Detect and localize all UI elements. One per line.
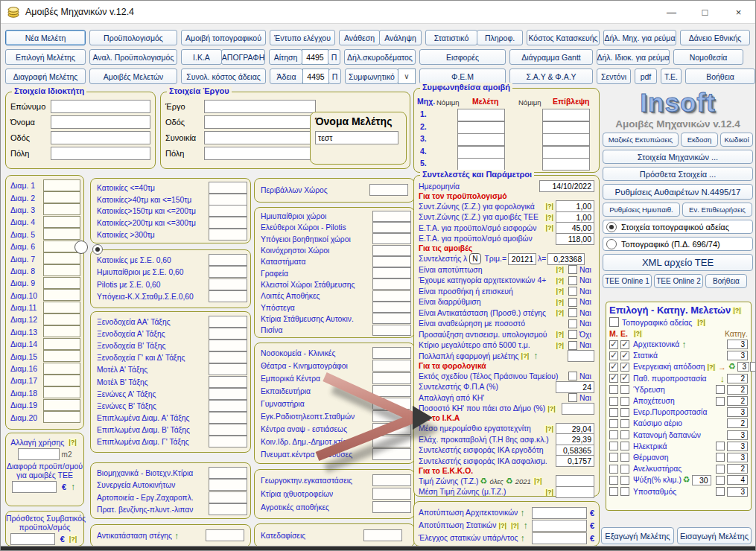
area-input[interactable] [372,372,411,384]
statistic-button[interactable]: Στατιστικό [425,30,477,45]
supervision-checkbox[interactable] [620,374,629,383]
lambda-input[interactable]: 0,23368 [547,253,585,265]
area-input[interactable] [372,474,411,486]
construction-cost-button[interactable]: Κόστος Κατασκευής [527,30,600,45]
study-fee-input[interactable] [457,121,505,134]
apartment-area-input[interactable] [43,216,80,228]
quarter-input[interactable]: 20121 [508,253,536,265]
apartment-area-input[interactable] [43,179,80,191]
category-value[interactable]: 2 [727,396,748,406]
area-input[interactable] [209,436,247,448]
permit-button[interactable]: Άδεια [270,69,303,84]
flag-checkbox[interactable] [568,319,577,328]
apartment-area-input[interactable] [43,191,80,203]
supervision-checkbox[interactable] [620,430,629,439]
area-input[interactable] [209,479,247,491]
area-input[interactable] [209,205,247,217]
area-input[interactable] [209,400,247,412]
area-input[interactable] [372,398,411,410]
area-input[interactable] [372,278,411,290]
study-checkbox[interactable] [609,363,618,372]
demolition-area-input[interactable] [363,529,402,541]
category-value[interactable]: 3 [727,340,748,349]
help-marker[interactable]: |?| [547,405,556,413]
apartment-area-input[interactable] [43,399,80,411]
area-input[interactable] [209,503,247,515]
owner-power-declaration-button[interactable]: Δήλ. Ιδιοκ. για ρεύμα [597,49,670,65]
study-fee-input[interactable] [457,158,505,171]
area-input[interactable] [209,266,247,278]
category-value[interactable]: 3 [727,407,748,417]
n-button[interactable]: N [469,253,480,264]
area-input[interactable] [209,316,247,328]
insoft-help-button[interactable]: Βοήθεια [705,274,747,288]
flag-checkbox[interactable] [568,298,577,307]
topographic-fee-button[interactable]: Αμοιβή τοπογραφικού [181,30,266,45]
apartment-area-input[interactable] [43,363,80,375]
project-field-input[interactable] [204,131,316,144]
study-checkbox[interactable] [609,408,618,417]
study-checkbox[interactable] [609,430,618,439]
help-marker[interactable]: |?| [732,307,742,314]
area-input[interactable] [209,351,247,363]
project-field-input[interactable] [204,115,316,129]
extra-checkbox[interactable] [716,397,725,406]
apartment-area-input[interactable] [43,375,80,386]
category-value[interactable]: 3 [727,351,748,360]
help-marker[interactable]: |?| [555,342,565,349]
help-marker[interactable]: |?| [555,266,565,273]
te-button[interactable]: Τ.Ε. [661,69,682,84]
area-input[interactable] [372,290,411,302]
flag-checkbox[interactable] [568,341,577,350]
total-permit-cost-button[interactable]: Συνολ. κόστος άδειας [181,69,266,84]
supervision-checkbox[interactable] [620,465,629,474]
budget-difference-input[interactable] [12,481,57,493]
study-checkbox[interactable] [609,351,618,360]
flag-checkbox[interactable] [568,308,577,317]
residences-mode-radio[interactable] [92,244,103,255]
agreement-combo[interactable]: ∨ [398,69,416,84]
help-marker[interactable]: |?| [555,309,565,316]
mean-zone-price-input[interactable] [556,486,594,498]
help-marker[interactable]: |?| [555,331,565,338]
study-checkbox[interactable] [609,385,618,394]
permit-p-button[interactable]: Π [328,69,341,84]
area-input[interactable] [372,448,411,460]
area-input[interactable] [209,194,247,206]
apartment-area-input[interactable] [43,203,80,215]
area-input[interactable] [209,340,247,351]
study-checkbox[interactable] [609,465,618,474]
help-marker[interactable]: |?| [544,425,554,433]
category-value[interactable]: 3 [727,453,748,462]
help-marker[interactable]: |?| [544,224,554,232]
flag-checkbox[interactable] [568,287,577,296]
application-law-input[interactable]: 4495 [302,49,328,65]
supervision-checkbox[interactable] [620,397,629,406]
area-input[interactable] [372,347,411,359]
semi-outdoor-settings-button[interactable]: Ρυθμίσεις Ημιυπαιθ. [603,203,680,217]
area-input[interactable] [372,325,411,336]
category-value[interactable]: 3 [727,442,748,451]
project-field-input[interactable] [204,147,316,160]
area-input[interactable] [209,182,247,194]
budget-button[interactable]: Προϋπολογισμός [89,30,177,45]
study-fee-input[interactable] [457,133,505,146]
recycle-icon[interactable]: ♻ [480,477,488,486]
category-value[interactable]: 4 [727,475,748,485]
apartment-area-input[interactable] [43,350,80,362]
extra-checkbox[interactable] [716,453,725,462]
owner-field-input[interactable] [51,100,150,113]
study-checkbox[interactable] [609,340,618,349]
area-input[interactable] [209,424,247,436]
supervision-checkbox[interactable] [620,351,629,360]
area-input[interactable] [209,229,247,241]
concrete-declaration-button[interactable]: Δήλ.σκυροδέματος [344,49,416,65]
apartment-area-input[interactable] [43,228,80,240]
apartment-area-input[interactable] [43,411,80,423]
apartment-area-input[interactable] [43,302,80,313]
recycle-icon[interactable]: ♻ [728,362,736,372]
area-input[interactable] [372,423,411,435]
category-value[interactable]: 3 [727,487,748,497]
area-input[interactable] [372,211,411,222]
topographic-permit-radio[interactable]: Στοιχεία τοπογραφικού αδείας [603,220,753,234]
